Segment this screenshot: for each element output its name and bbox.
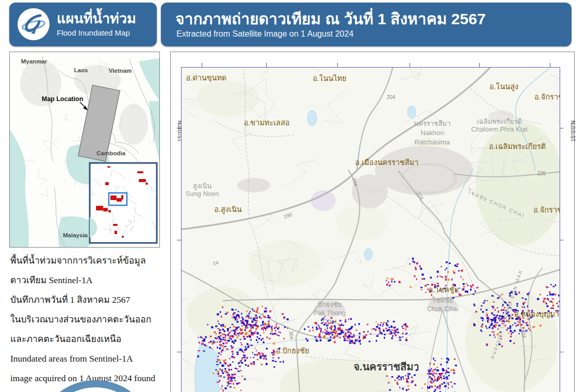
overview-labels: MyanmarLaosVietnamCambodiaMalaysiaMap Lo…	[10, 52, 159, 247]
city-label: Ratchasima	[415, 138, 450, 146]
city-label: Chaloem Phra Kiat	[471, 125, 527, 133]
tick-top	[410, 63, 410, 67]
description-line: Inundated areas from Sentinel-1A	[10, 349, 168, 368]
road-number-label: 24	[212, 259, 219, 267]
description-line: ดาวเทียม Sentinel-1A	[10, 270, 168, 290]
tick-top	[550, 63, 550, 67]
main-map: อ.ด่านขุนทดอ.โนนไทยอ.โนนสูงอ.จักราชอ.ขาม…	[181, 67, 560, 392]
road-number-label: 290	[283, 211, 292, 220]
tick-top	[202, 63, 202, 67]
country-label: Vietnam	[109, 68, 132, 74]
logo-texts: แผนที่น้ำท่วม Flood Inundated Map	[57, 10, 136, 39]
road-name-label: โชคชัย CHOK CHAI	[466, 188, 526, 220]
tick-top	[479, 63, 480, 67]
map-labels: อ.ด่านขุนทดอ.โนนไทยอ.โนนสูงอ.จักราชอ.ขาม…	[182, 68, 560, 392]
road-number-label: 204	[387, 94, 396, 100]
description: พื้นที่น้ำท่วมจากการวิเคราะห์ข้อมูลดาวเท…	[10, 251, 168, 392]
district-label: อ.โชคชัย	[429, 284, 459, 296]
district-label: อ.สูงเนิน	[214, 203, 241, 215]
logo-title-eng: Flood Inundated Map	[57, 27, 136, 39]
title-box: จากภาพถ่ายดาวเทียม ณ วันที่ 1 สิงหาคม 25…	[161, 3, 571, 46]
road-number-label: 224	[520, 329, 528, 339]
overview-map: MyanmarLaosVietnamCambodiaMalaysiaMap Lo…	[9, 52, 160, 248]
district-label: อ.ด่านขุนทด	[186, 72, 226, 84]
tick-top	[266, 63, 267, 67]
country-label: Myanmar	[21, 58, 47, 64]
district-label: อ.ปักธงชัย	[276, 345, 309, 356]
district-label: อ.โนนสูง	[489, 80, 518, 92]
main-map-panel: 15°0'0"N 15°0'0"N	[170, 52, 575, 392]
district-label: อ.จักราช	[534, 91, 560, 103]
latitude-label-right: 15°0'0"N	[570, 121, 576, 142]
district-label: อ.ขามทะเลสอ	[243, 117, 289, 128]
city-label: Chai	[323, 317, 337, 325]
city-label: Sung Noen	[185, 190, 219, 198]
province-label: จ.นครราชสีมา	[353, 358, 419, 375]
road-number-label: 226	[537, 171, 546, 176]
page-subtitle: Extracted from Satellite Image on 1 Augu…	[176, 29, 353, 39]
description-line: และภาคตะวันออกเฉียงเหนือ	[10, 329, 168, 349]
description-line: ในบริเวณบางส่วนของภาคตะวันออก	[10, 309, 168, 329]
flood-map-page: แผนที่น้ำท่วม Flood Inundated Map จากภาพ…	[0, 0, 588, 392]
district-label: อ.เฉลิมพระเกียรติ	[489, 140, 546, 152]
map-location-label: Map Location	[42, 95, 84, 103]
district-label: อ.จักราช	[533, 204, 560, 216]
tick-left	[177, 240, 181, 240]
description-line: พื้นที่น้ำท่วมจากการวิเคราะห์ข้อมูล	[10, 251, 168, 270]
city-label: Chok Chai	[427, 305, 459, 313]
road-number-label: 224	[415, 190, 425, 201]
tick-top	[337, 63, 338, 67]
district-label: อ.เมืองนครราชสีมา	[355, 156, 419, 168]
logo-box: แผนที่น้ำท่วม Flood Inundated Map	[9, 3, 157, 46]
district-label: อ.หนองบุญมาก	[514, 308, 560, 320]
gistda-logo-icon	[18, 8, 50, 40]
country-label: Malaysia	[63, 232, 88, 238]
description-line: บันทึกภาพวันที่ 1 สิงหาคม 2567	[10, 290, 168, 309]
road-number-label: 304	[351, 177, 359, 187]
country-label: Laos	[74, 67, 88, 73]
road-number-label: 304	[288, 331, 295, 340]
district-label: อ.โนนไทย	[313, 72, 347, 84]
city-label: Nakhon	[421, 129, 444, 137]
page-title: จากภาพถ่ายดาวเทียม ณ วันที่ 1 สิงหาคม 25…	[175, 7, 486, 31]
city-label: ปักธงชัย	[318, 299, 342, 310]
tick-left	[177, 352, 181, 352]
country-label: Cambodia	[96, 150, 125, 156]
city-label: โชคชัย	[432, 295, 453, 306]
logo-title-thai: แผนที่น้ำท่วม	[57, 10, 136, 27]
city-label: Pak Thong	[314, 309, 346, 317]
city-label: นครราชสีมา	[414, 118, 450, 129]
